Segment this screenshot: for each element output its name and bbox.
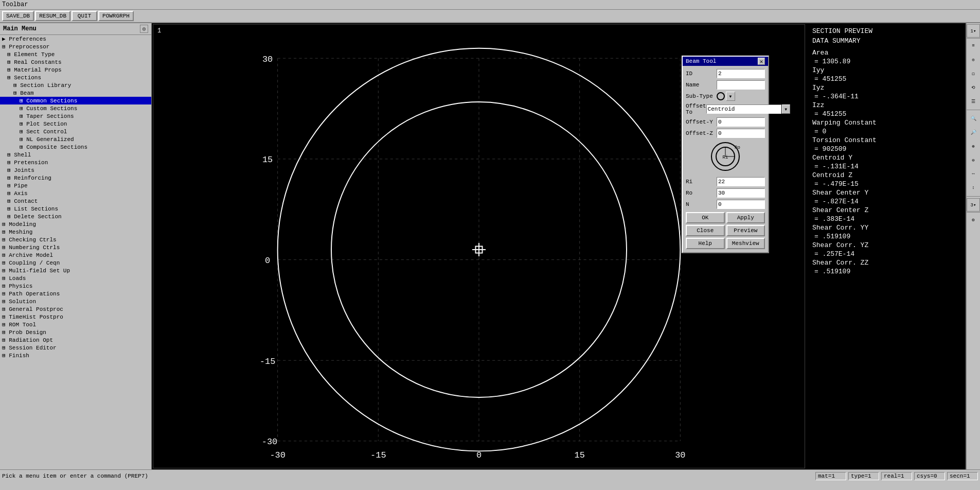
sidebar-item-solution[interactable]: ⊞ Solution xyxy=(0,297,151,305)
ok-button[interactable]: OK xyxy=(686,212,725,223)
izz-label: Izz xyxy=(812,101,959,109)
sidebar-item-taper-sections[interactable]: ⊞ Taper Sections xyxy=(0,112,151,120)
vtool-icon2[interactable]: ⊙ xyxy=(967,53,980,66)
apply-button[interactable]: Apply xyxy=(726,212,765,223)
offset-to-container: ▼ xyxy=(706,104,790,114)
centroid-z-label: Centroid Z xyxy=(812,171,959,179)
vtool-icon9[interactable]: ⊖ xyxy=(967,153,980,167)
sidebar-item-loads[interactable]: ⊞ Loads xyxy=(0,274,151,282)
sidebar-item-checking-ctrls[interactable]: ⊞ Checking Ctrls xyxy=(0,236,151,243)
sidebar-item-rom-tool[interactable]: ⊞ ROM Tool xyxy=(0,321,151,328)
id-row: ID xyxy=(686,69,765,78)
sidebar-item-contact[interactable]: ⊞ Contact xyxy=(0,197,151,205)
area-label: Area xyxy=(812,49,959,57)
sidebar-item-meshing[interactable]: ⊞ Meshing xyxy=(0,228,151,236)
save-db-button[interactable]: SAVE_DB xyxy=(2,11,34,21)
sidebar-item-physics[interactable]: ⊞ Physics xyxy=(0,282,151,290)
offset-y-input[interactable] xyxy=(717,117,765,127)
vtool-icon3[interactable]: ◻ xyxy=(967,67,980,80)
sidebar-item-element-type[interactable]: ⊞ Element Type xyxy=(0,50,151,58)
close-button[interactable]: Close xyxy=(686,225,725,236)
sidebar-item-composite-sections[interactable]: ⊞ Composite Sections xyxy=(0,143,151,151)
sidebar-item-material-props[interactable]: ⊞ Material Props xyxy=(0,66,151,74)
offset-to-row: Offset To ▼ xyxy=(686,103,765,115)
vtool-icon6[interactable]: 🔍 xyxy=(967,112,980,125)
status-secn: secn=1 xyxy=(947,472,978,480)
preview-button[interactable]: Preview xyxy=(726,225,765,236)
quit-button[interactable]: QUIT xyxy=(72,11,97,21)
sidebar-item-sections[interactable]: ⊞ Sections xyxy=(0,74,151,81)
vtool-icon1[interactable]: ≡ xyxy=(967,39,980,52)
sidebar-item-joints[interactable]: ⊞ Joints xyxy=(0,166,151,174)
status-real: real=1 xyxy=(881,472,912,480)
dialog-title-bar: Beam Tool ✕ xyxy=(683,57,768,66)
sidebar-item-beam[interactable]: ⊞ Beam xyxy=(0,89,151,97)
vtool-icon4[interactable]: ⟲ xyxy=(967,81,980,94)
resum-db-button[interactable]: RESUM_DB xyxy=(35,11,70,21)
n-input[interactable] xyxy=(717,200,765,209)
shear-corr-yy-label: Shear Corr. YY xyxy=(812,224,959,232)
sidebar-item-multi-field[interactable]: ⊞ Multi-field Set Up xyxy=(0,267,151,274)
ri-input[interactable] xyxy=(717,177,765,186)
svg-text:15: 15 xyxy=(262,155,273,165)
shear-center-y-value: = -.827E-14 xyxy=(812,198,959,205)
sidebar-item-finish[interactable]: ⊞ Finish xyxy=(0,352,151,359)
svg-text:-15: -15 xyxy=(370,450,386,460)
sidebar-item-list-sections[interactable]: ⊞ List Sections xyxy=(0,205,151,213)
vtool-1[interactable]: 1▾ xyxy=(967,24,980,38)
dialog-close-button[interactable]: ✕ xyxy=(758,58,765,65)
ro-label: Ro xyxy=(686,190,717,196)
sidebar-item-sect-control[interactable]: ⊞ Sect Control xyxy=(0,128,151,135)
vtool-icon8[interactable]: ⊕ xyxy=(967,139,980,153)
sidebar-item-shell[interactable]: ⊞ Shell xyxy=(0,151,151,159)
sidebar-item-pretension[interactable]: ⊞ Pretension xyxy=(0,159,151,166)
subtype-dropdown-button[interactable]: ▼ xyxy=(726,92,735,101)
vtool-icon11[interactable]: ↕ xyxy=(967,181,980,195)
sidebar-item-session-editor[interactable]: ⊞ Session Editor xyxy=(0,344,151,352)
sidebar-collapse-button[interactable]: ◎ xyxy=(140,25,148,33)
sidebar-item-prob-design[interactable]: ⊞ Prob Design xyxy=(0,328,151,336)
sidebar-item-delete-section[interactable]: ⊞ Delete Section xyxy=(0,213,151,220)
help-button[interactable]: Help xyxy=(686,238,725,249)
vtool-icon5[interactable]: ☰ xyxy=(967,95,980,108)
sidebar-item-modeling[interactable]: ⊞ Modeling xyxy=(0,220,151,228)
vtool-icon7[interactable]: 🔎 xyxy=(967,126,980,139)
vtool-icon12[interactable]: ⚙ xyxy=(967,213,980,226)
sidebar-item-plot-section[interactable]: ⊞ Plot Section xyxy=(0,120,151,128)
sidebar-item-common-sections[interactable]: ⊞ Common Sections xyxy=(0,97,151,104)
main-layout: Main Menu ◎ ▶ Preferences ⊞ Preprocessor… xyxy=(0,23,980,469)
sidebar-item-custom-sections[interactable]: ⊞ Custom Sections xyxy=(0,104,151,112)
meshview-button[interactable]: Meshview xyxy=(726,238,765,249)
offset-to-input[interactable] xyxy=(706,104,781,114)
offset-z-input[interactable] xyxy=(717,129,765,138)
sidebar-item-coupling-ceqn[interactable]: ⊞ Coupling / Ceqn xyxy=(0,259,151,267)
izz-value: = 451255 xyxy=(812,110,959,118)
sidebar-item-numbering-ctrls[interactable]: ⊞ Numbering Ctrls xyxy=(0,243,151,251)
offset-to-dropdown-button[interactable]: ▼ xyxy=(782,104,790,114)
sidebar-item-general-postproc[interactable]: ⊞ General Postproc xyxy=(0,305,151,313)
sidebar-item-real-constants[interactable]: ⊞ Real Constants xyxy=(0,58,151,66)
sidebar-item-archive-model[interactable]: ⊞ Archive Model xyxy=(0,251,151,259)
ro-input[interactable] xyxy=(717,188,765,198)
name-row: Name xyxy=(686,80,765,90)
sidebar-item-path-operations[interactable]: ⊞ Path Operations xyxy=(0,290,151,297)
sidebar-item-pipe[interactable]: ⊞ Pipe xyxy=(0,182,151,189)
sidebar-item-axis[interactable]: ⊞ Axis xyxy=(0,189,151,197)
sidebar-item-timehist-postpro[interactable]: ⊞ TimeHist Postpro xyxy=(0,313,151,321)
status-bar: Pick a menu item or enter a command (PRE… xyxy=(0,469,980,482)
id-input[interactable] xyxy=(717,69,765,78)
sidebar-item-preferences[interactable]: ▶ Preferences xyxy=(0,35,151,43)
sidebar-item-nl-generalized[interactable]: ⊞ NL Generalized xyxy=(0,135,151,143)
n-row: N xyxy=(686,200,765,209)
name-input[interactable] xyxy=(717,80,765,90)
sidebar-item-reinforcing[interactable]: ⊞ Reinforcing xyxy=(0,174,151,182)
vtool-icon10[interactable]: ↔ xyxy=(967,167,980,181)
iyz-label: Iyz xyxy=(812,84,959,92)
sidebar-item-section-library[interactable]: ⊞ Section Library xyxy=(0,81,151,89)
powrgrph-button[interactable]: POWRGRPH xyxy=(98,11,134,21)
center-content: 1 ✕ x = Centroid □ □ = ShearCenter .grid xyxy=(152,23,966,469)
sidebar-item-radiation-opt[interactable]: ⊞ Radiation Opt xyxy=(0,336,151,344)
vtool-3[interactable]: 3▾ xyxy=(967,198,980,212)
offset-to-label: Offset To xyxy=(686,103,706,115)
sidebar-item-preprocessor[interactable]: ⊞ Preprocessor xyxy=(0,43,151,50)
